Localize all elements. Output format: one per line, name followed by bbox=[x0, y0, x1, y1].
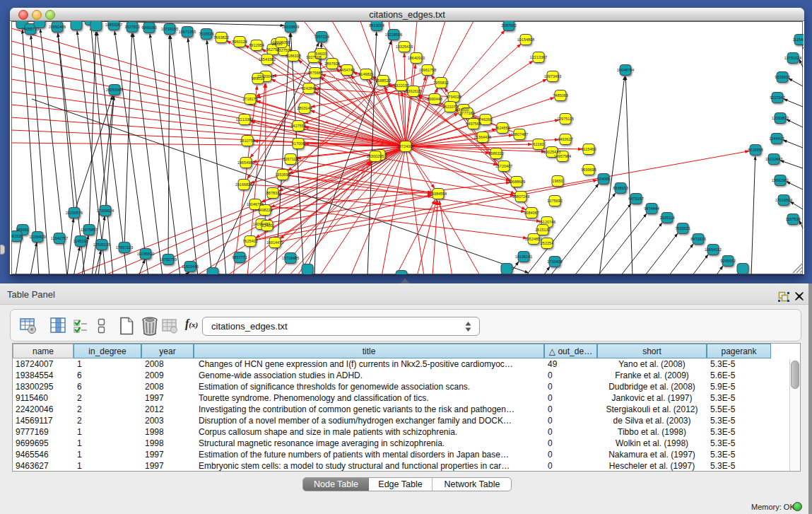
svg-text:8938923: 8938923 bbox=[613, 186, 628, 190]
svg-text:1362615: 1362615 bbox=[406, 89, 420, 93]
svg-text:12213383: 12213383 bbox=[236, 117, 253, 122]
svg-text:15692901: 15692901 bbox=[772, 178, 789, 182]
svg-text:19166825: 19166825 bbox=[235, 182, 252, 187]
svg-text:8960124: 8960124 bbox=[232, 40, 247, 44]
svg-text:6497568: 6497568 bbox=[466, 122, 481, 126]
svg-text:11923446: 11923446 bbox=[182, 264, 199, 269]
svg-text:2803144: 2803144 bbox=[297, 106, 312, 110]
svg-text:1733426: 1733426 bbox=[547, 259, 562, 264]
svg-text:3267110: 3267110 bbox=[283, 157, 298, 161]
svg-text:19218506: 19218506 bbox=[385, 33, 402, 37]
svg-text:7625402: 7625402 bbox=[242, 239, 257, 243]
svg-text:8813054: 8813054 bbox=[369, 23, 384, 28]
svg-text:19384554: 19384554 bbox=[430, 192, 447, 196]
svg-text:28053346: 28053346 bbox=[106, 88, 123, 92]
svg-text:12213367: 12213367 bbox=[530, 55, 547, 59]
svg-text:252254: 252254 bbox=[541, 241, 553, 245]
svg-text:7986322: 7986322 bbox=[488, 151, 503, 156]
svg-text:62160: 62160 bbox=[533, 142, 543, 146]
svg-text:4498222: 4498222 bbox=[257, 208, 272, 212]
svg-text:14957984: 14957984 bbox=[554, 154, 571, 158]
svg-text:1353594: 1353594 bbox=[275, 173, 290, 177]
svg-text:20991406: 20991406 bbox=[49, 25, 66, 29]
svg-text:164095: 164095 bbox=[597, 177, 610, 181]
svg-text:17359924: 17359924 bbox=[97, 209, 114, 213]
svg-text:12942757: 12942757 bbox=[51, 236, 68, 240]
svg-text:1527002: 1527002 bbox=[124, 25, 139, 29]
svg-text:10688609: 10688609 bbox=[508, 180, 525, 184]
svg-text:391530: 391530 bbox=[11, 234, 23, 238]
svg-text:21364436: 21364436 bbox=[474, 135, 491, 139]
svg-text:417006: 417006 bbox=[292, 141, 305, 146]
svg-text:7955812: 7955812 bbox=[433, 81, 448, 85]
svg-text:19650: 19650 bbox=[552, 179, 563, 183]
svg-text:8471626: 8471626 bbox=[690, 237, 705, 241]
svg-text:9699695: 9699695 bbox=[581, 168, 596, 172]
svg-text:9084067: 9084067 bbox=[524, 211, 539, 215]
svg-text:15720407: 15720407 bbox=[495, 164, 512, 168]
svg-text:7632621: 7632621 bbox=[675, 226, 690, 230]
svg-text:16210643: 16210643 bbox=[765, 157, 782, 161]
svg-text:12400: 12400 bbox=[261, 223, 272, 228]
svg-text:16648784: 16648784 bbox=[617, 68, 634, 72]
svg-text:12505135: 12505135 bbox=[93, 243, 110, 247]
svg-text:10154808: 10154808 bbox=[517, 37, 534, 42]
svg-text:10973493: 10973493 bbox=[544, 74, 561, 78]
svg-text:10719155: 10719155 bbox=[161, 27, 178, 31]
svg-text:1167534: 1167534 bbox=[785, 217, 800, 221]
svg-text:2867608: 2867608 bbox=[324, 62, 339, 66]
svg-text:9463627: 9463627 bbox=[558, 137, 572, 141]
svg-text:19654983: 19654983 bbox=[237, 160, 254, 165]
svg-text:8215958: 8215958 bbox=[748, 148, 763, 152]
svg-text:6322037: 6322037 bbox=[394, 83, 408, 88]
svg-text:8990448: 8990448 bbox=[427, 97, 442, 101]
svg-text:7663822: 7663822 bbox=[213, 35, 228, 40]
svg-text:16961758: 16961758 bbox=[419, 68, 436, 72]
svg-text:16914479: 16914479 bbox=[266, 240, 283, 245]
svg-text:10195810: 10195810 bbox=[137, 252, 154, 256]
svg-text:1075692: 1075692 bbox=[547, 199, 562, 203]
svg-text:13325419: 13325419 bbox=[396, 45, 413, 49]
svg-text:16033809: 16033809 bbox=[282, 25, 299, 29]
svg-text:1810755: 1810755 bbox=[240, 139, 254, 143]
svg-text:9857771: 9857771 bbox=[232, 255, 247, 259]
svg-text:19637193: 19637193 bbox=[82, 21, 99, 22]
svg-text:2718176: 2718176 bbox=[242, 97, 257, 101]
svg-text:1615132: 1615132 bbox=[535, 228, 550, 232]
svg-text:6966160: 6966160 bbox=[141, 25, 156, 30]
svg-text:12093822: 12093822 bbox=[772, 116, 789, 120]
svg-text:18300295: 18300295 bbox=[367, 154, 384, 158]
svg-text:19524851: 19524851 bbox=[525, 237, 542, 241]
svg-text:1145190: 1145190 bbox=[73, 239, 88, 243]
svg-text:1588520: 1588520 bbox=[375, 78, 390, 83]
svg-text:17016504: 17016504 bbox=[775, 198, 792, 202]
svg-text:9146821: 9146821 bbox=[358, 72, 373, 76]
svg-text:6479197: 6479197 bbox=[628, 197, 643, 201]
svg-text:1115408: 1115408 bbox=[793, 37, 804, 42]
svg-text:16782759: 16782759 bbox=[160, 257, 177, 262]
svg-text:8427552: 8427552 bbox=[290, 124, 305, 128]
svg-text:985061: 985061 bbox=[16, 228, 29, 232]
svg-text:9245652: 9245652 bbox=[720, 259, 735, 263]
svg-text:10807487: 10807487 bbox=[511, 132, 528, 136]
svg-text:9227342: 9227342 bbox=[770, 95, 784, 100]
svg-text:10671355: 10671355 bbox=[179, 30, 196, 34]
svg-text:9242848: 9242848 bbox=[301, 86, 316, 90]
svg-text:9327509: 9327509 bbox=[276, 48, 291, 52]
svg-text:9329906: 9329906 bbox=[775, 75, 789, 79]
svg-text:887833: 887833 bbox=[266, 191, 279, 195]
svg-text:10046786: 10046786 bbox=[247, 202, 264, 206]
svg-text:8454749: 8454749 bbox=[339, 68, 354, 72]
svg-text:8186328: 8186328 bbox=[286, 54, 300, 58]
svg-text:12975115: 12975115 bbox=[557, 117, 574, 121]
svg-text:18640910: 18640910 bbox=[408, 56, 425, 60]
svg-text:17957223: 17957223 bbox=[116, 245, 133, 250]
svg-text:8912954: 8912954 bbox=[249, 43, 264, 47]
svg-text:10853267: 10853267 bbox=[105, 23, 122, 27]
svg-text:18807249: 18807249 bbox=[512, 194, 529, 199]
svg-text:13975857: 13975857 bbox=[81, 228, 98, 232]
svg-text:2687682: 2687682 bbox=[501, 23, 516, 28]
svg-text:3875685: 3875685 bbox=[307, 71, 322, 75]
svg-text:14055713: 14055713 bbox=[22, 27, 39, 31]
svg-text:7357224: 7357224 bbox=[314, 35, 329, 39]
